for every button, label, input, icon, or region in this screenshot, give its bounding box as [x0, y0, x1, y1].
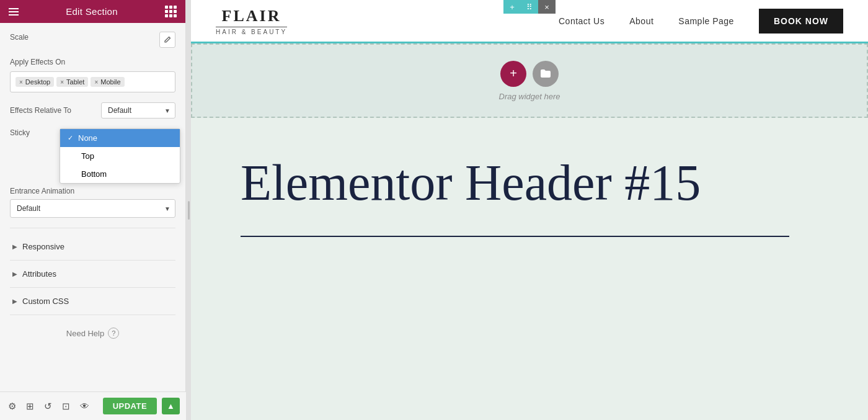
- panel-scroll: Scale Apply Effects On × Desktop ×: [0, 23, 185, 420]
- sticky-label: Sticky: [10, 128, 60, 137]
- accordion-custom-css: ▶ Custom CSS: [10, 288, 175, 315]
- scale-section: Scale: [10, 32, 175, 48]
- tag-desktop: × Desktop: [16, 77, 54, 87]
- tag-desktop-remove[interactable]: ×: [19, 79, 23, 86]
- sticky-option-bottom[interactable]: Bottom: [60, 165, 180, 183]
- tag-desktop-label: Desktop: [25, 78, 50, 86]
- add-section-button[interactable]: +: [503, 0, 521, 14]
- move-section-button[interactable]: ⠿: [521, 0, 538, 14]
- section-edit-bar: + ⠿ ×: [503, 0, 556, 14]
- history-icon-button[interactable]: ↺: [42, 398, 54, 415]
- apply-effects-section: Apply Effects On × Desktop × Tablet × Mo…: [10, 58, 175, 92]
- accordion-responsive-header[interactable]: ▶ Responsive: [10, 233, 175, 260]
- logo-sub: HAIR & BEAUTY: [216, 29, 287, 35]
- tag-tablet-label: Tablet: [66, 78, 84, 86]
- attributes-chevron-icon: ▶: [12, 270, 17, 277]
- entrance-animation-section: Entrance Animation Default Fade In Slide…: [10, 187, 175, 218]
- panel-header: Edit Section: [0, 0, 185, 23]
- help-row: Need Help ?: [10, 315, 175, 345]
- apply-effects-label: Apply Effects On: [10, 58, 175, 66]
- folder-widget-button[interactable]: [533, 61, 559, 87]
- accordion-custom-css-header[interactable]: ▶ Custom CSS: [10, 288, 175, 315]
- add-widget-button[interactable]: +: [500, 61, 526, 87]
- attributes-label: Attributes: [22, 269, 56, 279]
- settings-icon-button[interactable]: ⚙: [6, 398, 18, 415]
- left-panel: Edit Section Scale Apply Effects On: [0, 0, 186, 420]
- sticky-option-none[interactable]: ✓ None: [60, 129, 180, 147]
- grid-icon[interactable]: [165, 6, 177, 17]
- sticky-none-label: None: [78, 133, 97, 143]
- sticky-dropdown[interactable]: ✓ None Top Bottom: [60, 128, 180, 184]
- sticky-top-label: Top: [81, 151, 94, 161]
- tags-input[interactable]: × Desktop × Tablet × Mobile: [10, 71, 175, 92]
- nav-links: Contact Us About Sample Page BOOK NOW: [559, 9, 843, 34]
- custom-css-label: Custom CSS: [22, 297, 69, 306]
- responsive-chevron-icon: ▶: [12, 243, 17, 250]
- nav-sample-page[interactable]: Sample Page: [678, 16, 734, 26]
- tag-tablet-remove[interactable]: ×: [60, 79, 64, 86]
- logo-brand: FLAIR: [222, 7, 281, 25]
- check-icon: ✓: [68, 134, 73, 142]
- help-text: Need Help: [66, 329, 104, 338]
- tag-tablet: × Tablet: [56, 77, 88, 87]
- responsive-icon-button[interactable]: ⊡: [60, 398, 72, 415]
- tag-mobile-label: Mobile: [100, 78, 120, 86]
- effects-relative-select-wrapper: Default Viewport Section ▼: [101, 102, 175, 118]
- scale-edit-button[interactable]: [159, 32, 175, 48]
- nav-about[interactable]: About: [629, 16, 653, 26]
- nav-contact-us[interactable]: Contact Us: [559, 16, 604, 26]
- preview-icon-button[interactable]: 👁: [79, 398, 91, 415]
- bottom-line: [241, 236, 789, 237]
- layers-icon-button[interactable]: ⊞: [24, 398, 36, 415]
- resize-handle[interactable]: [186, 0, 191, 420]
- accordion-attributes: ▶ Attributes: [10, 261, 175, 288]
- effects-relative-label: Effects Relative To: [10, 106, 71, 115]
- divider-1: [10, 228, 175, 228]
- help-icon[interactable]: ?: [108, 328, 119, 339]
- sticky-bottom-label: Bottom: [81, 169, 107, 179]
- widget-circles: +: [500, 61, 559, 87]
- accordion-attributes-header[interactable]: ▶ Attributes: [10, 261, 175, 287]
- close-section-button[interactable]: ×: [538, 0, 556, 14]
- panel-title: Edit Section: [66, 6, 118, 17]
- hamburger-icon[interactable]: [9, 8, 19, 16]
- empty-section: + Drag widget here: [191, 43, 868, 118]
- drag-text: Drag widget here: [499, 92, 560, 101]
- content-section: Elementor Header #15: [191, 118, 868, 262]
- custom-css-chevron-icon: ▶: [12, 298, 17, 305]
- entrance-animation-select[interactable]: Default Fade In Slide Down Zoom In: [10, 199, 175, 218]
- update-arrow-button[interactable]: ▲: [162, 398, 180, 414]
- effects-relative-row: Effects Relative To Default Viewport Sec…: [10, 102, 175, 118]
- sticky-option-top[interactable]: Top: [60, 147, 180, 165]
- tag-mobile: × Mobile: [91, 77, 124, 87]
- logo-divider: [216, 27, 287, 27]
- entrance-animation-select-wrapper: Default Fade In Slide Down Zoom In ▼: [10, 199, 175, 218]
- tag-mobile-remove[interactable]: ×: [94, 79, 98, 86]
- accordion-responsive: ▶ Responsive: [10, 233, 175, 261]
- sticky-row: Sticky ✓ None Top Bottom: [10, 128, 175, 137]
- scale-label: Scale: [10, 33, 29, 42]
- bottom-toolbar: ⚙ ⊞ ↺ ⊡ 👁 UPDATE ▲: [0, 391, 186, 420]
- main-canvas: + ⠿ × FLAIR HAIR & BEAUTY Contact Us Abo…: [191, 0, 868, 420]
- update-button[interactable]: UPDATE: [103, 398, 157, 414]
- effects-relative-select[interactable]: Default Viewport Section: [101, 102, 175, 118]
- logo-area: FLAIR HAIR & BEAUTY: [216, 7, 287, 35]
- entrance-animation-label: Entrance Animation: [10, 187, 175, 195]
- book-now-button[interactable]: BOOK NOW: [759, 9, 843, 34]
- responsive-label: Responsive: [22, 242, 64, 251]
- main-heading: Elementor Header #15: [241, 155, 818, 211]
